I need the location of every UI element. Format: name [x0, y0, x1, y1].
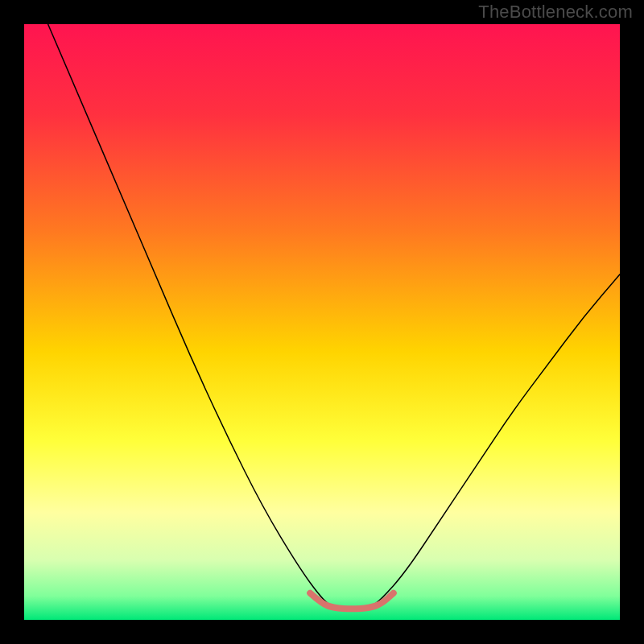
plot-area	[24, 24, 620, 620]
chart-frame: TheBottleneck.com	[0, 0, 644, 644]
heat-gradient-background	[24, 24, 620, 620]
bottleneck-chart	[24, 24, 620, 620]
watermark-text: TheBottleneck.com	[478, 2, 633, 23]
